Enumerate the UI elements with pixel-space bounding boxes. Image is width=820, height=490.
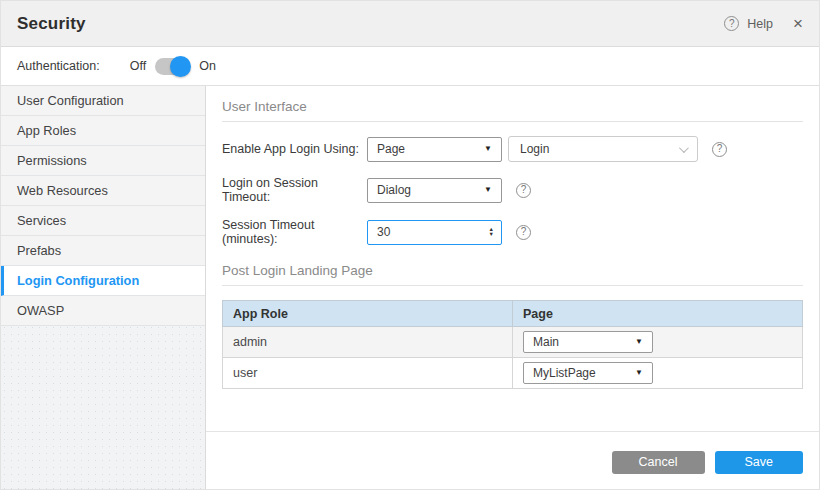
sidebar-item-services[interactable]: Services	[1, 206, 205, 236]
toggle-knob-icon	[170, 56, 191, 77]
stepper-icon[interactable]: ▲ ▼	[489, 227, 494, 237]
help-icon[interactable]: ?	[724, 16, 739, 31]
authentication-bar: Authentication: Off On	[1, 47, 819, 86]
app-role-cell: user	[223, 358, 513, 389]
field-label-session-timeout-login: Login on Session Timeout:	[222, 176, 367, 204]
caret-down-icon: ▼	[484, 145, 492, 153]
page-cell: MyListPage ▼	[513, 358, 803, 389]
sidebar-item-web-resources[interactable]: Web Resources	[1, 176, 205, 206]
select-value: Page	[377, 142, 405, 156]
admin-landing-page-select[interactable]: Main ▼	[523, 331, 653, 353]
user-landing-page-select[interactable]: MyListPage ▼	[523, 362, 653, 384]
page-cell: Main ▼	[513, 327, 803, 358]
sidebar-item-user-configuration[interactable]: User Configuration	[1, 86, 205, 116]
table-header-row: App Role Page	[223, 301, 803, 327]
section-title-post-login: Post Login Landing Page	[222, 263, 803, 278]
main-panel: User Interface Enable App Login Using: P…	[206, 86, 819, 489]
caret-down-icon: ▼	[635, 369, 643, 377]
form-row-login-on-session-timeout: Login on Session Timeout: Dialog ▼ ?	[222, 176, 803, 204]
help-icon[interactable]: ?	[516, 183, 531, 198]
form-row-enable-app-login: Enable App Login Using: Page ▼ Login ?	[222, 136, 803, 162]
toggle-on-label: On	[199, 59, 216, 73]
table-row: admin Main ▼	[223, 327, 803, 358]
dialog-footer: Cancel Save	[206, 431, 819, 489]
section-divider	[222, 285, 803, 286]
login-page-combo[interactable]: Login	[508, 136, 698, 162]
session-timeout-input[interactable]: ▲ ▼	[367, 220, 502, 245]
authentication-toggle[interactable]	[155, 58, 190, 75]
section-title-user-interface: User Interface	[222, 99, 803, 114]
step-down-icon[interactable]: ▼	[489, 232, 494, 237]
field-label-enable-app-login: Enable App Login Using:	[222, 142, 367, 156]
column-header-page: Page	[513, 301, 803, 327]
security-dialog: Security ? Help × Authentication: Off On…	[0, 0, 820, 490]
sidebar-item-login-configuration[interactable]: Login Configuration	[1, 266, 205, 296]
post-login-landing-table: App Role Page admin Main ▼	[222, 300, 803, 389]
chevron-down-icon	[679, 143, 689, 153]
help-link[interactable]: Help	[747, 17, 773, 31]
select-value: Dialog	[377, 183, 411, 197]
cancel-button[interactable]: Cancel	[612, 451, 705, 474]
enable-app-login-select[interactable]: Page ▼	[367, 137, 502, 162]
table-row: user MyListPage ▼	[223, 358, 803, 389]
authentication-label: Authentication:	[17, 59, 100, 73]
page-title: Security	[17, 14, 86, 34]
help-icon[interactable]: ?	[516, 225, 531, 240]
help-icon[interactable]: ?	[712, 142, 727, 157]
dialog-body: User Configuration App Roles Permissions…	[1, 86, 819, 489]
sidebar-item-owasp[interactable]: OWASP	[1, 296, 205, 326]
sidebar: User Configuration App Roles Permissions…	[1, 86, 206, 489]
toggle-off-label: Off	[130, 59, 146, 73]
select-value: MyListPage	[533, 366, 596, 380]
dialog-header: Security ? Help ×	[1, 1, 819, 47]
select-value: Main	[533, 335, 559, 349]
session-timeout-login-select[interactable]: Dialog ▼	[367, 178, 502, 203]
sidebar-item-prefabs[interactable]: Prefabs	[1, 236, 205, 266]
caret-down-icon: ▼	[484, 186, 492, 194]
save-button[interactable]: Save	[715, 451, 804, 474]
column-header-app-role: App Role	[223, 301, 513, 327]
close-icon[interactable]: ×	[793, 15, 803, 32]
form-row-session-timeout-minutes: Session Timeout (minutes): ▲ ▼ ?	[222, 218, 803, 246]
login-configuration-content: User Interface Enable App Login Using: P…	[206, 86, 819, 431]
app-role-cell: admin	[223, 327, 513, 358]
caret-down-icon: ▼	[635, 338, 643, 346]
session-timeout-field[interactable]	[370, 225, 465, 239]
header-actions: ? Help ×	[724, 15, 803, 32]
combo-value: Login	[520, 142, 549, 156]
sidebar-item-permissions[interactable]: Permissions	[1, 146, 205, 176]
field-label-session-timeout-minutes: Session Timeout (minutes):	[222, 218, 367, 246]
section-divider	[222, 121, 803, 122]
sidebar-item-app-roles[interactable]: App Roles	[1, 116, 205, 146]
